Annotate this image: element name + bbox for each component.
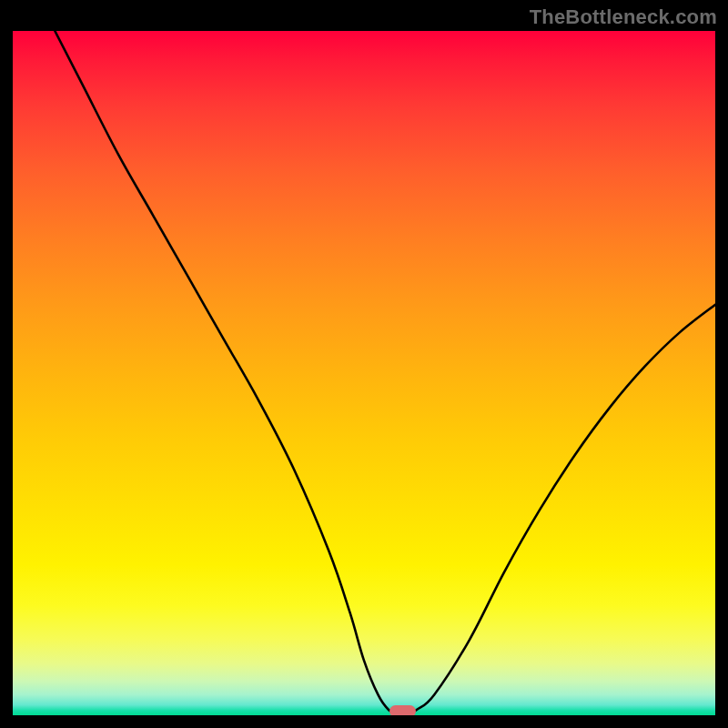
chart-frame: TheBottleneck.com xyxy=(0,0,728,728)
bottleneck-curve xyxy=(13,31,715,715)
optimal-range-marker xyxy=(389,705,416,715)
plot-area xyxy=(13,31,715,715)
watermark-text: TheBottleneck.com xyxy=(530,5,717,29)
